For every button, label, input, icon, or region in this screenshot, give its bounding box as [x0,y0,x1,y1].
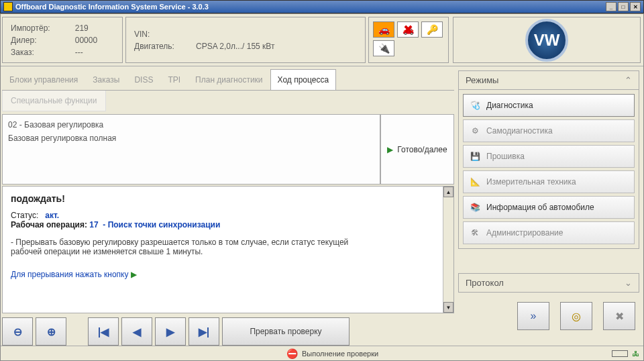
forward-button[interactable]: » [517,302,549,330]
zoom-out-button[interactable]: ⊖ [2,317,33,346]
expand-icon: ⌄ [625,278,632,288]
mode-label: Прошивка [486,152,525,161]
protococl-header[interactable]: Протокол ⌄ [458,273,639,293]
nav-first-button[interactable]: |◀ [88,317,119,346]
nav-prev-button[interactable]: ◀ [121,317,152,346]
mode-flashing[interactable]: 💾Прошивка [463,145,635,168]
stethoscope-icon: 🩺 [469,99,481,111]
window-title: Offboard Diagnostic Information System S… [15,3,209,11]
engine-value: CPSA 2,0л.../ 155 кВт [196,41,357,52]
detail-panel: подождать! Статус: акт. Рабочая операция… [2,186,454,313]
gear-icon: ⚙ [469,125,481,137]
mode-measurement[interactable]: 📐Измерительная техника [463,170,635,193]
order-value: --- [75,47,114,58]
close-button[interactable]: ✕ [630,2,641,11]
vehicle-info-block: VIN: Двигатель:CPSA 2,0л.../ 155 кВт [125,17,366,63]
nav-last-button[interactable]: ▶| [189,317,219,346]
car-disconnected-icon: 🚗 [397,21,419,38]
mode-label: Измерительная техника [486,177,576,187]
tab-process[interactable]: Ход процесса [270,69,337,90]
main-tabs: Блоки управления Заказы DISS TPI План ди… [2,69,454,91]
usb-icon: 🔌 [373,40,394,56]
chip-icon: 💾 [469,150,481,162]
operation-label: Рабочая операция: [11,220,87,229]
connection-icons: 🚗 🚗 🔑 🔌 [368,17,449,63]
interrupt-link[interactable]: Для прерывания нажать кнопку ▶ [11,270,445,279]
zoom-in-button[interactable]: ⊕ [36,317,66,346]
tab-diag-plan[interactable]: План диагностики [188,69,270,90]
procedure-desc: Базовая регулировка полная [8,134,374,143]
tab-tpi[interactable]: TPI [160,69,188,90]
book-icon: 📚 [469,201,481,213]
dealer-value: 00000 [75,35,114,46]
tray-icons: 🖧 [612,350,639,358]
battery-icon [612,350,628,357]
importer-label: Импортёр: [11,23,74,34]
maximize-button[interactable]: □ [618,2,629,11]
collapse-icon: ⌃ [625,75,632,85]
procedure-code: 02 - Базовая регулировка [8,120,374,130]
ruler-icon: 📐 [469,176,481,188]
status-label: Статус: [11,211,38,220]
vin-label: VIN: [134,29,195,40]
vw-logo-icon: VW [525,19,568,62]
operation-number: 17 [89,220,98,229]
minimize-button[interactable]: _ [606,2,616,11]
right-action-buttons: » ◎ ✖ [458,302,639,330]
tab-diss[interactable]: DISS [127,69,160,90]
title-bar: Offboard Diagnostic Information System S… [0,0,644,13]
target-button[interactable]: ◎ [560,302,592,330]
warning-note: - Прерывать базовую регулировку разрешае… [11,238,360,256]
ready-next-button[interactable]: ▶ Готово/далее [380,114,454,185]
statusbar-message: Выполнение проверки [302,350,378,358]
play-icon: ▶ [131,270,137,279]
app-icon [3,2,13,11]
modes-list: 🩺Диагностика ⚙Самодиагностика 💾Прошивка … [458,90,639,249]
status-value: акт. [45,211,59,220]
network-icon: 🖧 [632,350,639,358]
dealer-info-block: Импортёр:219 Дилер:00000 Заказ:--- [2,17,123,63]
bottom-toolbar: ⊖ ⊕ |◀ ◀ ▶ ▶| Прервать проверку [2,317,454,346]
mode-administration[interactable]: 🛠Администрирование [463,221,635,244]
wrench-icon: 🛠 [469,227,481,239]
mode-diagnostics[interactable]: 🩺Диагностика [463,94,635,117]
subtab-special-functions[interactable]: Специальные функции [2,91,106,111]
operation-text: - Поиск точки синхронизации [103,220,220,229]
modes-header[interactable]: Режимы ⌃ [458,70,639,90]
tab-orders[interactable]: Заказы [85,69,127,90]
engine-label: Двигатель: [134,41,195,52]
detail-scrollbar[interactable]: ▲ ▼ [443,187,453,313]
mode-label: Информация об автомобиле [486,203,594,212]
window-controls: _ □ ✕ [606,2,641,11]
brand-logo-area: VW [453,17,641,63]
mode-label: Диагностика [486,101,533,110]
status-bar: ⛔ Выполнение проверки 🖧 [1,346,643,360]
tab-control-units[interactable]: Блоки управления [2,69,85,90]
wait-heading: подождать! [11,193,445,204]
abort-check-button[interactable]: Прервать проверку [222,317,350,346]
vin-value [196,29,357,40]
protocol-label: Протокол [466,278,504,288]
car-connected-icon: 🚗 [373,21,394,38]
mode-label: Самодиагностика [486,126,553,136]
mode-self-diagnostics[interactable]: ⚙Самодиагностика [463,119,635,142]
importer-value: 219 [75,23,114,34]
procedure-status-panel: 02 - Базовая регулировка Базовая регулир… [2,114,380,185]
scroll-up-icon[interactable]: ▲ [443,187,453,197]
order-label: Заказ: [11,47,74,58]
error-icon: ⛔ [286,348,298,359]
scroll-down-icon[interactable]: ▼ [443,302,453,313]
mode-label: Администрирование [486,228,563,238]
cancel-button[interactable]: ✖ [603,302,635,330]
nav-next-button[interactable]: ▶ [155,317,186,346]
ready-next-label: Готово/далее [397,145,447,154]
key-icon: 🔑 [421,21,443,38]
dealer-label: Дилер: [11,35,74,46]
mode-vehicle-info[interactable]: 📚Информация об автомобиле [463,196,635,219]
interrupt-label: Для прерывания нажать кнопку [11,270,128,279]
modes-header-label: Режимы [466,75,498,85]
play-icon: ▶ [387,145,393,154]
